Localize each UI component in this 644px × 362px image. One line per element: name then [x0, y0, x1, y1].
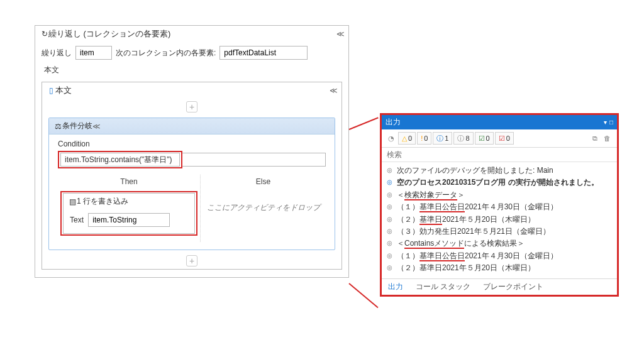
writeline-text-input[interactable] — [88, 213, 170, 227]
then-label: Then — [60, 177, 197, 186]
body-label: 本文 — [35, 65, 348, 79]
ok-filter-button[interactable]: ☑0 — [475, 132, 494, 145]
condition-input-ext[interactable] — [182, 153, 326, 167]
loop-icon: ↻ — [40, 30, 48, 38]
item-input[interactable] — [75, 46, 112, 60]
log-entry[interactable]: ＜Containsメソッドによる検索結果＞ — [397, 238, 525, 249]
clear-button[interactable]: 🗑 — [601, 132, 613, 145]
if-activity[interactable]: ⚖ 条件分岐 ≪ Condition item.ToString.contain… — [48, 118, 335, 250]
loop-label: 繰り返し — [42, 48, 72, 58]
collapse-button[interactable]: ≪ — [92, 122, 99, 131]
else-label: Else — [203, 177, 323, 186]
output-title: 出力 — [386, 117, 601, 128]
log-entry[interactable]: 次のファイルのデバッグを開始しました: Main — [397, 165, 553, 176]
tab-output[interactable]: 出力 — [382, 279, 409, 295]
if-title: 条件分岐 — [62, 121, 92, 131]
add-activity-button[interactable]: + — [186, 101, 197, 112]
output-titlebar[interactable]: 出力 ▾ □ — [382, 115, 617, 129]
collection-label: 次のコレクション内の各要素: — [116, 48, 216, 58]
drop-placeholder[interactable]: ここにアクティビティをドロップ — [203, 191, 323, 224]
warning-filter-button[interactable]: △0 — [398, 132, 416, 145]
collection-input[interactable] — [219, 46, 308, 60]
output-toolbar: ◔ △0 !0 ⓘ1 ⓘ8 ☑0 ☑0 ⧉ 🗑 — [382, 129, 617, 148]
condition-input[interactable]: item.ToString.contains("基準日") — [60, 153, 180, 167]
log-entry[interactable]: 空のプロセス20210315ブログ用 の実行が開始されました。 — [397, 177, 599, 188]
output-panel: 出力 ▾ □ ◔ △0 !0 ⓘ1 ⓘ8 ☑0 ☑0 ⧉ 🗑 ◎次のファイルのデ… — [380, 113, 619, 297]
branch-icon: ⚖ — [54, 122, 62, 131]
text-label: Text — [70, 216, 84, 224]
pin-icon[interactable]: ▾ — [604, 119, 607, 126]
add-activity-button[interactable]: + — [186, 255, 197, 266]
trace-filter-button[interactable]: ⓘ8 — [453, 132, 473, 145]
writeline-title: 1 行を書き込み — [77, 196, 128, 207]
body-title: 本文 — [55, 85, 330, 96]
highlight-box: item.ToString.contains("基準日") — [58, 151, 182, 168]
collapse-button[interactable]: ≪ — [336, 30, 343, 38]
highlight-box: ▤ 1 行を書き込み Text — [60, 191, 197, 236]
log-entry[interactable]: ＜検索対象データ＞ — [397, 190, 465, 200]
log-list: ◎次のファイルのデバッグを開始しました: Main ◎空のプロセス2021031… — [382, 162, 617, 278]
error-filter-button[interactable]: !0 — [417, 132, 431, 145]
tab-callstack[interactable]: コール スタック — [409, 279, 477, 295]
close-icon[interactable]: □ — [609, 119, 613, 126]
fail-filter-button[interactable]: ☑0 — [495, 132, 514, 145]
sequence-icon: ▯ — [47, 86, 55, 95]
foreach-activity[interactable]: ↻ 繰り返し (コレクションの各要素) ≪ 繰り返し 次のコレクション内の各要素… — [35, 25, 349, 278]
search-input[interactable] — [382, 148, 617, 162]
tab-breakpoints[interactable]: ブレークポイント — [477, 279, 550, 295]
info-filter-button[interactable]: ⓘ1 — [433, 132, 452, 145]
log-entry[interactable]: （１）基準日公告日2021年４月30日（金曜日） — [397, 202, 558, 212]
output-tabs: 出力 コール スタック ブレークポイント — [382, 278, 617, 295]
callout-line — [348, 283, 378, 308]
log-entry[interactable]: （３）効力発生日2021年５月21日（金曜日） — [397, 226, 550, 237]
activity-title: 繰り返し (コレクションの各要素) — [48, 28, 336, 40]
body-sequence[interactable]: ▯ 本文 ≪ + ⚖ 条件分岐 ≪ Condition item.ToStrin… — [42, 82, 342, 270]
log-entry[interactable]: （２）基準日2021年５月20日（木曜日） — [397, 263, 535, 273]
log-entry[interactable]: （１）基準日公告日2021年４月30日（金曜日） — [397, 251, 558, 261]
collapse-button[interactable]: ≪ — [330, 86, 336, 95]
writeline-activity[interactable]: ▤ 1 行を書き込み Text — [63, 193, 195, 234]
log-entry[interactable]: （２）基準日2021年５月20日（木曜日） — [397, 214, 535, 225]
callout-line — [349, 117, 379, 130]
console-icon: ▤ — [69, 197, 77, 206]
time-filter-button[interactable]: ◔ — [386, 132, 397, 145]
condition-label: Condition — [58, 140, 326, 148]
export-button[interactable]: ⧉ — [590, 132, 600, 145]
